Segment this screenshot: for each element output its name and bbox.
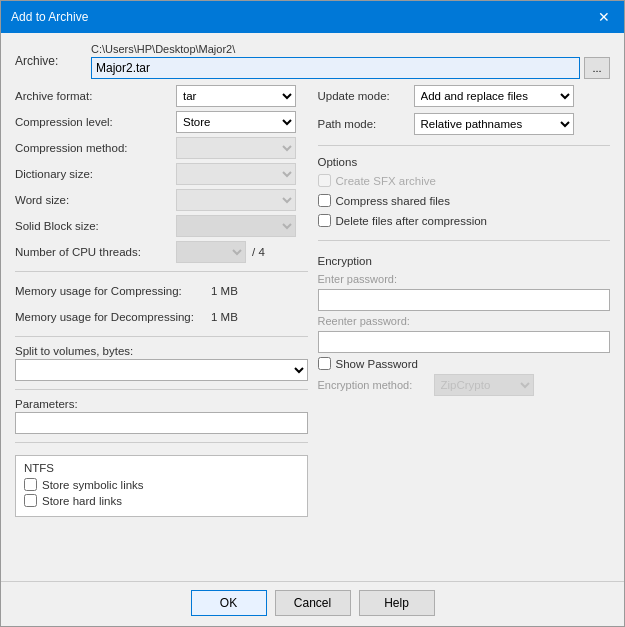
parameters-input[interactable]	[15, 412, 308, 434]
dialog-title: Add to Archive	[11, 10, 88, 24]
store-hardlinks-label: Store hard links	[42, 495, 122, 507]
right-divider-2	[318, 240, 611, 241]
parameters-row: Parameters:	[15, 398, 308, 434]
delete-files-checkbox[interactable]	[318, 214, 331, 227]
divider-1	[15, 271, 308, 272]
ntfs-title: NTFS	[24, 462, 299, 474]
split-volumes-select[interactable]	[15, 359, 308, 381]
compression-method-label: Compression method:	[15, 142, 170, 154]
solid-block-label: Solid Block size:	[15, 220, 170, 232]
cpu-threads-row: Number of CPU threads: / 4	[15, 241, 308, 263]
path-mode-select[interactable]: Relative pathnames Absolute pathnames No…	[414, 113, 574, 135]
dialog-footer: OK Cancel Help	[1, 581, 624, 626]
update-mode-label: Update mode:	[318, 90, 408, 102]
store-hardlinks-row: Store hard links	[24, 494, 299, 507]
delete-files-label: Delete files after compression	[336, 215, 487, 227]
archive-row: Archive: C:\Users\HP\Desktop\Major2\ ...	[15, 43, 610, 79]
divider-2	[15, 336, 308, 337]
path-mode-row: Path mode: Relative pathnames Absolute p…	[318, 113, 611, 135]
store-symlinks-row: Store symbolic links	[24, 478, 299, 491]
enc-method-row: Encryption method: ZipCrypto AES-256	[318, 374, 611, 396]
compression-level-row: Compression level: Store Fastest Fast No…	[15, 111, 308, 133]
cpu-count: / 4	[252, 246, 265, 258]
compression-level-select[interactable]: Store Fastest Fast Normal Maximum Ultra	[176, 111, 296, 133]
right-column: Update mode: Add and replace files Updat…	[318, 85, 611, 571]
dictionary-size-select[interactable]	[176, 163, 296, 185]
compression-method-select[interactable]	[176, 137, 296, 159]
delete-files-row: Delete files after compression	[318, 214, 611, 227]
options-title: Options	[318, 156, 611, 168]
compress-shared-label: Compress shared files	[336, 195, 450, 207]
update-mode-select[interactable]: Add and replace files Update and add fil…	[414, 85, 574, 107]
title-bar: Add to Archive ✕	[1, 1, 624, 33]
archive-path-area: C:\Users\HP\Desktop\Major2\ ...	[91, 43, 610, 79]
create-sfx-row: Create SFX archive	[318, 174, 611, 187]
create-sfx-checkbox[interactable]	[318, 174, 331, 187]
store-symlinks-label: Store symbolic links	[42, 479, 144, 491]
reenter-pass-input[interactable]	[318, 331, 611, 353]
solid-block-select	[176, 215, 296, 237]
store-symlinks-checkbox[interactable]	[24, 478, 37, 491]
ok-button[interactable]: OK	[191, 590, 267, 616]
archive-format-label: Archive format:	[15, 90, 170, 102]
divider-4	[15, 442, 308, 443]
archive-label: Archive:	[15, 54, 85, 68]
archive-input-row: ...	[91, 57, 610, 79]
word-size-row: Word size:	[15, 189, 308, 211]
mem-decompress-label: Memory usage for Decompressing:	[15, 311, 205, 323]
reenter-pass-label: Reenter password:	[318, 315, 611, 327]
add-to-archive-dialog: Add to Archive ✕ Archive: C:\Users\HP\De…	[0, 0, 625, 627]
split-volumes-row: Split to volumes, bytes:	[15, 345, 308, 381]
help-button[interactable]: Help	[359, 590, 435, 616]
divider-3	[15, 389, 308, 390]
solid-block-row: Solid Block size:	[15, 215, 308, 237]
compress-shared-row: Compress shared files	[318, 194, 611, 207]
update-mode-row: Update mode: Add and replace files Updat…	[318, 85, 611, 107]
encryption-section: Encryption Enter password: Reenter passw…	[318, 255, 611, 396]
archive-filename-input[interactable]	[91, 57, 580, 79]
mem-compress-label: Memory usage for Compressing:	[15, 285, 205, 297]
archive-path: C:\Users\HP\Desktop\Major2\	[91, 43, 610, 55]
options-section: Options Create SFX archive Compress shar…	[318, 156, 611, 230]
ntfs-box: NTFS Store symbolic links Store hard lin…	[15, 455, 308, 517]
cpu-threads-label: Number of CPU threads:	[15, 246, 170, 258]
dialog-content: Archive: C:\Users\HP\Desktop\Major2\ ...…	[1, 33, 624, 581]
params-label: Parameters:	[15, 398, 308, 410]
compression-level-label: Compression level:	[15, 116, 170, 128]
dictionary-size-label: Dictionary size:	[15, 168, 170, 180]
show-password-row: Show Password	[318, 357, 611, 370]
encryption-title: Encryption	[318, 255, 611, 267]
store-hardlinks-checkbox[interactable]	[24, 494, 37, 507]
enc-method-label: Encryption method:	[318, 379, 428, 391]
mem-decompress-row: Memory usage for Decompressing: 1 MB	[15, 306, 308, 328]
close-button[interactable]: ✕	[594, 7, 614, 27]
path-mode-label: Path mode:	[318, 118, 408, 130]
show-password-checkbox[interactable]	[318, 357, 331, 370]
mem-compress-row: Memory usage for Compressing: 1 MB	[15, 280, 308, 302]
main-columns: Archive format: tar zip 7z gzip bzip2 Co…	[15, 85, 610, 571]
archive-format-select[interactable]: tar zip 7z gzip bzip2	[176, 85, 296, 107]
mem-compress-value: 1 MB	[211, 285, 238, 297]
enter-pass-label: Enter password:	[318, 273, 611, 285]
archive-format-row: Archive format: tar zip 7z gzip bzip2	[15, 85, 308, 107]
right-divider-1	[318, 145, 611, 146]
enc-method-select[interactable]: ZipCrypto AES-256	[434, 374, 534, 396]
show-password-label: Show Password	[336, 358, 418, 370]
cpu-threads-select	[176, 241, 246, 263]
create-sfx-label: Create SFX archive	[336, 175, 436, 187]
enter-pass-input[interactable]	[318, 289, 611, 311]
compression-method-row: Compression method:	[15, 137, 308, 159]
split-label: Split to volumes, bytes:	[15, 345, 308, 357]
dictionary-size-row: Dictionary size:	[15, 163, 308, 185]
left-column: Archive format: tar zip 7z gzip bzip2 Co…	[15, 85, 308, 571]
compress-shared-checkbox[interactable]	[318, 194, 331, 207]
mem-decompress-value: 1 MB	[211, 311, 238, 323]
browse-button[interactable]: ...	[584, 57, 610, 79]
word-size-label: Word size:	[15, 194, 170, 206]
word-size-select[interactable]	[176, 189, 296, 211]
cancel-button[interactable]: Cancel	[275, 590, 351, 616]
